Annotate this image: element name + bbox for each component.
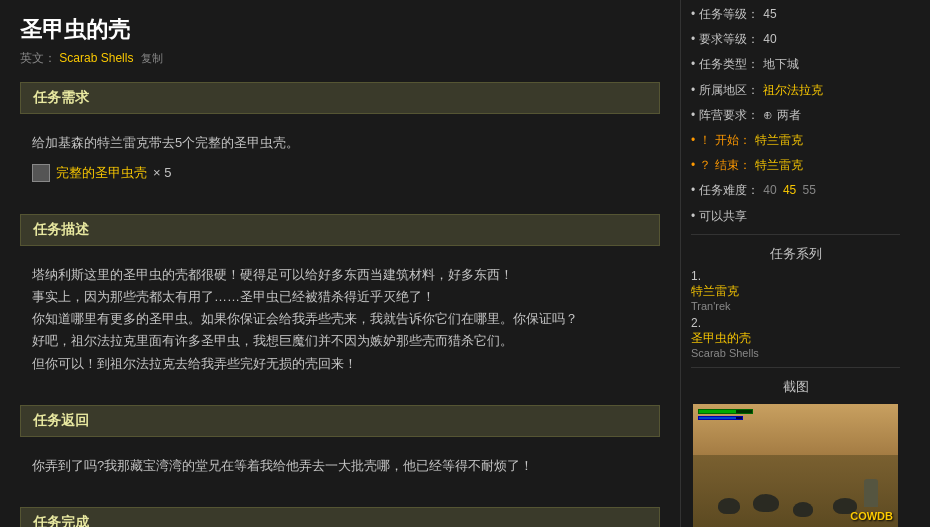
value-quest-type: 地下城	[763, 55, 799, 74]
screenshot-watermark: COWDB	[850, 510, 893, 522]
english-name-link[interactable]: Scarab Shells	[59, 51, 133, 65]
sidebar-start: • ！ 开始： 特兰雷克	[691, 131, 900, 150]
quest-requirements-text: 给加基森的特兰雷克带去5个完整的圣甲虫壳。	[32, 132, 648, 154]
english-label: 英文：	[20, 51, 56, 65]
bullet-quest-level: •	[691, 5, 695, 24]
series-item-1: 1. 特兰雷克 Tran'rek	[691, 269, 900, 312]
bullet-start: •	[691, 131, 695, 150]
sidebar-divider-1	[691, 234, 900, 235]
value-required-level: 40	[763, 30, 776, 49]
quest-return-section: 任务返回 你弄到了吗?我那藏宝湾湾的堂兄在等着我给他弄去一大批壳哪，他已经等得不…	[20, 405, 660, 492]
item-name-link[interactable]: 完整的圣甲虫壳	[56, 162, 147, 184]
bullet-end: •	[691, 156, 695, 175]
sidebar-quest-level: • 任务等级： 45	[691, 5, 900, 24]
value-start[interactable]: 特兰雷克	[755, 131, 803, 150]
label-required-level: 要求等级：	[699, 30, 759, 49]
edit-link[interactable]: 复制	[141, 52, 163, 64]
quest-description-section: 任务描述 塔纳利斯这里的圣甲虫的壳都很硬！硬得足可以给好多东西当建筑材料，好多东…	[20, 214, 660, 389]
quest-item-line: 完整的圣甲虫壳 × 5	[32, 162, 648, 184]
label-start: ！ 开始：	[699, 131, 750, 150]
creature-1	[718, 498, 740, 514]
mana-bar-fill	[699, 417, 736, 419]
quest-return-header: 任务返回	[20, 405, 660, 437]
label-shareable: 可以共享	[699, 207, 747, 226]
diff-val-3: 55	[803, 183, 816, 197]
sidebar: • 任务等级： 45 • 要求等级： 40 • 任务类型： 地下城 • 所属地区…	[680, 0, 910, 527]
screenshot-section: COWDB 共有(1)张截图	[691, 404, 900, 527]
sidebar-region: • 所属地区： 祖尔法拉克	[691, 81, 900, 100]
quest-description-header: 任务描述	[20, 214, 660, 246]
quest-complete-header: 任务完成	[20, 507, 660, 527]
sidebar-difficulty: • 任务难度： 40 45 55	[691, 181, 900, 200]
series-number-1: 1.	[691, 269, 701, 283]
sidebar-shareable: • 可以共享	[691, 207, 900, 226]
value-npc-req: ⊕ 两者	[763, 106, 800, 125]
label-end: ？ 结束：	[699, 156, 750, 175]
quest-description-body: 塔纳利斯这里的圣甲虫的壳都很硬！硬得足可以给好多东西当建筑材料，好多东西！ 事实…	[20, 256, 660, 389]
bullet-npc-req: •	[691, 106, 695, 125]
diff-val-2: 45	[783, 183, 796, 197]
label-region: 所属地区：	[699, 81, 759, 100]
bullet-region: •	[691, 81, 695, 100]
screenshot-title: 截图	[691, 378, 900, 396]
creature-3	[793, 502, 813, 517]
item-icon	[32, 164, 50, 182]
english-name-line: 英文： Scarab Shells 复制	[20, 50, 660, 67]
quest-return-text: 你弄到了吗?我那藏宝湾湾的堂兄在等着我给他弄去一大批壳哪，他已经等得不耐烦了！	[32, 455, 648, 477]
screenshot-image[interactable]: COWDB	[693, 404, 898, 527]
label-difficulty: 任务难度：	[699, 181, 759, 200]
label-quest-level: 任务等级：	[699, 5, 759, 24]
sidebar-end: • ？ 结束： 特兰雷克	[691, 156, 900, 175]
health-bar-fill	[699, 410, 736, 413]
diff-val-1: 40	[763, 183, 776, 197]
screenshot-wrapper[interactable]: COWDB	[693, 404, 898, 527]
series-zh-1[interactable]: 特兰雷克	[691, 283, 900, 300]
bullet-shareable: •	[691, 207, 695, 226]
quest-return-body: 你弄到了吗?我那藏宝湾湾的堂兄在等着我给他弄去一大批壳哪，他已经等得不耐烦了！	[20, 447, 660, 492]
sidebar-divider-2	[691, 367, 900, 368]
label-quest-type: 任务类型：	[699, 55, 759, 74]
health-bar-bg	[698, 409, 753, 414]
series-en-1: Tran'rek	[691, 300, 900, 312]
mana-bar-bg	[698, 416, 743, 420]
bullet-difficulty: •	[691, 181, 695, 200]
player-silhouette	[864, 479, 878, 507]
series-title: 任务系列	[691, 245, 900, 263]
value-end[interactable]: 特兰雷克	[755, 156, 803, 175]
series-en-2: Scarab Shells	[691, 347, 900, 359]
quest-requirements-body: 给加基森的特兰雷克带去5个完整的圣甲虫壳。 完整的圣甲虫壳 × 5	[20, 124, 660, 199]
quest-complete-section: 任务完成 哦，太好了!你拿到了! 谢谢你，{玩家}，你真是我的救命恩人！	[20, 507, 660, 527]
series-number-2: 2.	[691, 316, 701, 330]
main-content: 圣甲虫的壳 英文： Scarab Shells 复制 任务需求 给加基森的特兰雷…	[0, 0, 680, 527]
quest-series-list: 1. 特兰雷克 Tran'rek 2. 圣甲虫的壳 Scarab Shells	[691, 269, 900, 359]
quest-requirements-section: 任务需求 给加基森的特兰雷克带去5个完整的圣甲虫壳。 完整的圣甲虫壳 × 5	[20, 82, 660, 199]
value-quest-level: 45	[763, 5, 776, 24]
creature-2	[753, 494, 779, 512]
sidebar-npc-req: • 阵营要求： ⊕ 两者	[691, 106, 900, 125]
bullet-quest-type: •	[691, 55, 695, 74]
value-region[interactable]: 祖尔法拉克	[763, 81, 823, 100]
sidebar-required-level: • 要求等级： 40	[691, 30, 900, 49]
quest-description-text: 塔纳利斯这里的圣甲虫的壳都很硬！硬得足可以给好多东西当建筑材料，好多东西！ 事实…	[32, 264, 648, 374]
value-difficulty: 40 45 55	[763, 181, 816, 200]
sidebar-quest-type: • 任务类型： 地下城	[691, 55, 900, 74]
label-npc-req: 阵营要求：	[699, 106, 759, 125]
bullet-required-level: •	[691, 30, 695, 49]
series-zh-2[interactable]: 圣甲虫的壳	[691, 330, 900, 347]
item-count: × 5	[153, 162, 171, 184]
series-item-2: 2. 圣甲虫的壳 Scarab Shells	[691, 316, 900, 359]
page-title: 圣甲虫的壳	[20, 15, 660, 45]
quest-requirements-header: 任务需求	[20, 82, 660, 114]
